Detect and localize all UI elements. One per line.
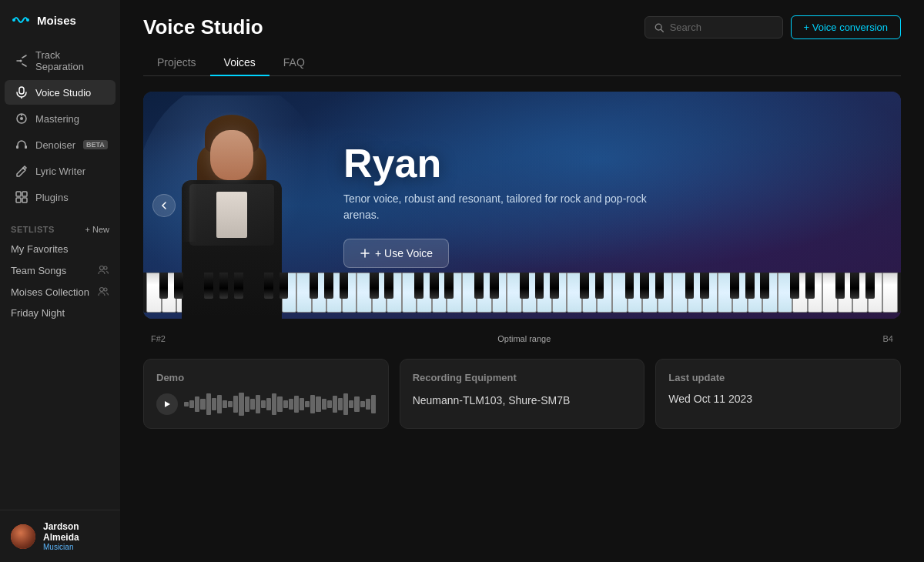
chevron-left-icon — [160, 202, 168, 209]
sidebar-item-label: Plugins — [35, 192, 69, 203]
voices-content: Ryan Tenor voice, robust and resonant, t… — [120, 76, 924, 562]
setlist-item-team-songs[interactable]: Team Songs — [0, 259, 120, 281]
sidebar-item-mastering[interactable]: Mastering — [5, 106, 116, 131]
info-cards: Demo Recording Equipment Neumann-TLM103,… — [143, 359, 901, 429]
svg-rect-12 — [16, 198, 21, 202]
last-update-card-title: Last update — [668, 372, 888, 383]
search-bar[interactable] — [644, 16, 783, 38]
sidebar-item-label: Track Separation — [35, 49, 105, 72]
user-name: Jardson Almeida — [43, 521, 109, 543]
setlist-label: My Favorites — [11, 243, 68, 255]
plus-icon: + — [85, 225, 90, 234]
tab-faq[interactable]: FAQ — [270, 50, 319, 76]
sidebar-item-denoiser[interactable]: Denoiser BETA — [5, 132, 116, 157]
setlists-label: SETLISTS — [11, 225, 55, 234]
svg-line-19 — [661, 29, 663, 32]
voice-hero-card: Ryan Tenor voice, robust and resonant, t… — [143, 92, 901, 319]
sidebar-item-label: Voice Studio — [35, 87, 91, 99]
prev-voice-button[interactable] — [152, 194, 176, 217]
sidebar-item-lyric-writer[interactable]: Lyric Writer — [5, 159, 116, 183]
use-voice-label: + Use Voice — [375, 247, 433, 259]
range-high-label: B4 — [883, 334, 893, 343]
sidebar-item-label: Lyric Writer — [35, 166, 85, 177]
headphone-icon — [15, 139, 28, 151]
range-low-label: F#2 — [151, 334, 166, 343]
sidebar-item-label: Denoiser — [35, 139, 75, 151]
user-avatar — [11, 524, 35, 549]
search-input[interactable] — [670, 22, 773, 33]
tab-projects[interactable]: Projects — [143, 50, 210, 76]
dial-icon — [15, 112, 28, 125]
recording-card-title: Recording Equipment — [413, 372, 632, 383]
collection-icon — [97, 286, 109, 298]
sidebar-item-label: Mastering — [35, 113, 79, 125]
piano-range-labels: F#2 Optimal range B4 — [143, 331, 901, 346]
svg-rect-13 — [22, 198, 27, 202]
tabs: Projects Voices FAQ — [143, 50, 901, 76]
split-icon — [15, 55, 28, 67]
setlists-section-header: SETLISTS + New — [0, 212, 120, 239]
topbar-right: + Voice conversion — [644, 15, 901, 39]
last-update-card-value: Wed Oct 11 2023 — [668, 393, 888, 405]
svg-rect-8 — [16, 146, 18, 149]
svg-point-1 — [26, 18, 29, 22]
sidebar-item-track-separation[interactable]: Track Separation — [5, 43, 116, 79]
play-button[interactable] — [156, 393, 178, 415]
waveform — [184, 393, 376, 416]
svg-point-14 — [100, 266, 104, 270]
voice-name: Ryan — [343, 143, 651, 183]
user-role: Musician — [43, 543, 109, 551]
main-content: Voice Studio + Voice conversion Projects… — [120, 0, 924, 562]
moises-logo-icon — [11, 12, 32, 28]
setlist-item-moises-collection[interactable]: Moises Collection — [0, 281, 120, 303]
sidebar-item-voice-studio[interactable]: Voice Studio — [5, 80, 116, 105]
recording-card-value: Neumann-TLM103, Shure-SM7B — [413, 393, 632, 409]
svg-rect-9 — [25, 146, 27, 149]
beta-badge: BETA — [83, 140, 108, 149]
svg-point-17 — [104, 288, 107, 291]
svg-rect-3 — [19, 87, 24, 94]
demo-card: Demo — [143, 359, 389, 429]
svg-rect-10 — [16, 192, 21, 196]
svg-point-2 — [20, 60, 22, 62]
setlist-item-friday-night[interactable]: Friday Night — [0, 303, 120, 323]
app-name-label: Moises — [37, 14, 76, 27]
demo-player — [156, 393, 376, 416]
new-setlist-button[interactable]: + New — [85, 225, 109, 234]
tabs-container: Projects Voices FAQ — [120, 50, 924, 76]
setlist-label: Moises Collection — [11, 286, 89, 298]
play-icon — [163, 400, 171, 408]
plus-icon — [360, 248, 370, 259]
page-title: Voice Studio — [143, 15, 263, 39]
setlist-label: Friday Night — [11, 307, 65, 319]
team-icon — [97, 264, 109, 276]
svg-rect-11 — [22, 192, 27, 196]
topbar: Voice Studio + Voice conversion — [120, 0, 924, 50]
voice-description: Tenor voice, robust and resonant, tailor… — [343, 191, 651, 223]
sidebar: Moises Track Separation Voice Studio — [0, 0, 120, 562]
tab-voices[interactable]: Voices — [210, 50, 270, 76]
last-update-card: Last update Wed Oct 11 2023 — [655, 359, 901, 429]
use-voice-button[interactable]: + Use Voice — [343, 239, 449, 268]
range-center-label: Optimal range — [497, 334, 551, 343]
voice-conversion-button[interactable]: + Voice conversion — [791, 15, 901, 39]
user-profile[interactable]: Jardson Almeida Musician — [0, 510, 120, 562]
setlist-item-my-favorites[interactable]: My Favorites — [0, 239, 120, 259]
voice-info: Ryan Tenor voice, robust and resonant, t… — [343, 143, 651, 268]
svg-point-0 — [12, 18, 15, 22]
user-info: Jardson Almeida Musician — [43, 521, 109, 551]
grid-icon — [15, 191, 28, 203]
svg-point-16 — [100, 288, 104, 292]
svg-point-6 — [20, 117, 23, 120]
demo-card-title: Demo — [156, 372, 376, 383]
pen-icon — [15, 165, 28, 177]
mic-icon — [15, 86, 28, 99]
recording-equipment-card: Recording Equipment Neumann-TLM103, Shur… — [400, 359, 645, 429]
new-label: New — [92, 225, 109, 234]
setlist-label: Team Songs — [11, 265, 66, 276]
svg-marker-22 — [165, 401, 170, 407]
app-logo[interactable]: Moises — [0, 0, 120, 40]
search-icon — [654, 22, 664, 33]
sidebar-nav: Track Separation Voice Studio — [0, 40, 120, 212]
sidebar-item-plugins[interactable]: Plugins — [5, 185, 116, 209]
